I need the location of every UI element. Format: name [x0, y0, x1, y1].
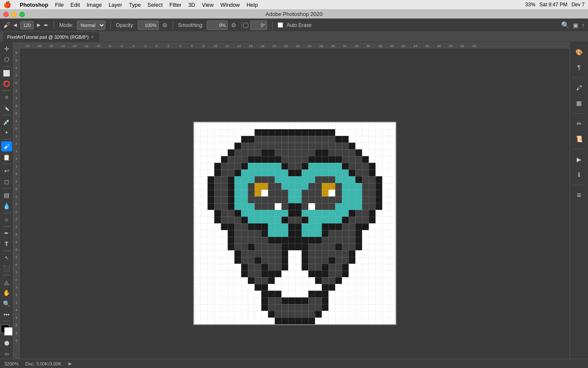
maximize-button[interactable] [19, 12, 25, 17]
more-tools[interactable]: ••• [1, 310, 12, 320]
menu-view[interactable]: View [202, 2, 214, 8]
slice-tool[interactable]: 🔪 [1, 103, 12, 114]
opacity-label: Opacity: [116, 22, 134, 28]
info-panel-button[interactable]: ℹ [572, 168, 586, 181]
history-brush-tool[interactable]: ↩ [1, 166, 12, 176]
close-button[interactable] [3, 12, 9, 17]
opacity-settings-icon[interactable]: ⚙ [162, 22, 168, 29]
history-panel-button[interactable]: 📜 [572, 132, 586, 146]
pen-tool[interactable]: ✒ [1, 228, 12, 238]
eraser-tool[interactable]: ◻ [1, 177, 12, 187]
brush-size-down-icon[interactable]: ◀ [13, 22, 17, 28]
actions-panel-button[interactable]: ▶ [572, 153, 586, 166]
brush-tool[interactable]: 🖌 [1, 141, 12, 151]
lasso-tool[interactable]: ⭕ [1, 79, 12, 89]
separator-8 [3, 226, 11, 227]
gradient-tool[interactable]: ▤ [1, 190, 12, 200]
screen-mode[interactable]: ▭ [1, 349, 12, 359]
divider-5 [272, 21, 273, 29]
separator-2 [3, 90, 11, 91]
mode-label: Mode: [59, 22, 73, 28]
battery-indicator: 33% [525, 2, 536, 8]
brush-preset-icon[interactable]: ✒ [44, 22, 49, 29]
pixel-art-canvas[interactable] [193, 122, 396, 325]
search-icon[interactable]: 🔍 [561, 21, 570, 29]
crop-tool[interactable]: ⌗ [1, 93, 12, 103]
clone-stamp-tool[interactable]: 📋 [1, 152, 12, 162]
menu-bar: 🍎 Photoshop File Edit Image Layer Type S… [0, 0, 588, 9]
separator-7 [3, 213, 11, 213]
brush-settings-button[interactable]: ✏ [572, 117, 586, 130]
canvas-viewport[interactable] [20, 48, 570, 359]
minimize-button[interactable] [11, 12, 17, 17]
title-bar: Adobe Photoshop 2020 [0, 9, 588, 19]
custom-shape-tool[interactable]: ◬ [1, 277, 12, 287]
options-right: 🔍 ▣ ↑ [561, 21, 585, 29]
hand-tool[interactable]: ✋ [1, 288, 12, 298]
menu-help[interactable]: Help [247, 2, 258, 8]
auto-erase-checkbox[interactable] [278, 22, 283, 28]
color-adjustment-button[interactable]: 🎨 [572, 45, 586, 59]
path-selection-tool[interactable]: ↖ [1, 253, 12, 263]
divider-3 [173, 21, 173, 29]
menu-image[interactable]: Image [87, 2, 102, 8]
left-toolbar: ✛ ⬡ ⬜ ⭕ ⌗ 🔪 💉 ✦ 🖌 📋 ↩ ◻ ▤ 💧 ○ ✒ T ↖ ⬛ ◬ … [0, 42, 13, 359]
options-bar: 🖌 ◀ 120 ▶ ✒ Mode: Normal Multiply Screen… [0, 19, 588, 32]
status-arrow[interactable]: ▶ [68, 361, 72, 366]
menubar-right: 33% Sat 9:47 PM Dev 7 [525, 2, 585, 8]
menu-edit[interactable]: Edit [71, 2, 80, 8]
menu-type[interactable]: Type [129, 2, 141, 8]
share-icon[interactable]: ↑ [582, 22, 585, 29]
window-title: Adobe Photoshop 2020 [265, 11, 323, 17]
zoom-level: 3200% [4, 361, 18, 366]
right-panel: 🎨 ¶ 🖍 ▦ ✏ 📜 ▶ ℹ ≡ [570, 42, 588, 359]
tab-filename: PixelArtTutorial.psd @ 3200% (RGB/8*) [7, 34, 89, 40]
layers-panel-button[interactable]: ≡ [572, 188, 586, 202]
canvas-container [193, 122, 396, 326]
separator-4 [3, 139, 11, 140]
quick-mask-mode[interactable]: ⬤ [1, 338, 12, 348]
menu-filter[interactable]: Filter [169, 2, 181, 8]
type-tool[interactable]: T [1, 239, 12, 249]
right-divider-1 [573, 77, 585, 78]
paragraph-button[interactable]: ¶ [572, 61, 586, 74]
angle-input[interactable] [250, 21, 267, 30]
menu-window[interactable]: Window [220, 2, 240, 8]
color-panel-button[interactable]: 🖍 [572, 81, 586, 95]
blur-tool[interactable]: 💧 [1, 201, 12, 211]
doc-info: Doc: 3.00K/3.00K [25, 361, 61, 366]
separator-11 [3, 321, 11, 321]
menu-photoshop[interactable]: Photoshop [20, 2, 48, 8]
document-tab[interactable]: PixelArtTutorial.psd @ 3200% (RGB/8*) × [3, 32, 99, 42]
smoothing-input[interactable] [207, 21, 228, 30]
divider-4 [242, 21, 242, 29]
mode-select[interactable]: Normal Multiply Screen [77, 21, 105, 30]
canvas-with-left-ruler: 864202468101214161820222426283032343638 [13, 48, 570, 359]
layout-icon[interactable]: ▣ [573, 22, 578, 29]
dodge-tool[interactable]: ○ [1, 214, 12, 225]
brush-size-up-icon[interactable]: ▶ [37, 22, 40, 28]
canvas-area: -22-20-18-16-14-12-10-8-6-4-202468101214… [13, 42, 570, 359]
artboard-tool[interactable]: ⬡ [1, 55, 12, 65]
color-swatches[interactable] [1, 325, 13, 335]
main-layout: ✛ ⬡ ⬜ ⭕ ⌗ 🔪 💉 ✦ 🖌 📋 ↩ ◻ ▤ 💧 ○ ✒ T ↖ ⬛ ◬ … [0, 42, 588, 359]
menu-file[interactable]: File [55, 2, 64, 8]
ruler-left: 864202468101214161820222426283032343638 [13, 48, 20, 359]
separator-9 [3, 251, 11, 251]
menu-3d[interactable]: 3D [188, 2, 195, 8]
menu-select[interactable]: Select [147, 2, 163, 8]
swatches-panel-button[interactable]: ▦ [572, 96, 586, 110]
marquee-tool[interactable]: ⬜ [1, 68, 12, 78]
move-tool[interactable]: ✛ [1, 44, 12, 54]
separator-1 [3, 66, 11, 66]
background-color[interactable] [4, 327, 13, 336]
opacity-input[interactable]: 100% [138, 21, 159, 30]
menu-layer[interactable]: Layer [108, 2, 122, 8]
smoothing-settings-icon[interactable]: ⚙ [231, 22, 236, 29]
healing-tool[interactable]: ✦ [1, 128, 12, 138]
tab-close-button[interactable]: × [91, 35, 94, 40]
apple-menu[interactable]: 🍎 [3, 1, 11, 8]
rectangle-tool[interactable]: ⬛ [1, 264, 12, 274]
eyedropper-tool[interactable]: 💉 [1, 117, 12, 127]
zoom-tool[interactable]: 🔍 [1, 299, 12, 309]
